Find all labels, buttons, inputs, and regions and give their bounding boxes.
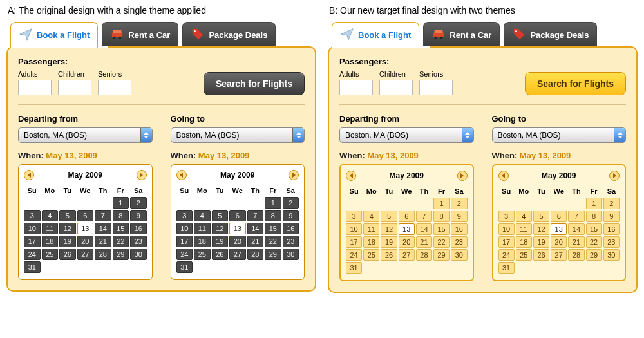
calendar-day[interactable]: 25 xyxy=(363,249,379,261)
calendar-day[interactable]: 6 xyxy=(77,210,94,221)
calendar-day[interactable]: 29 xyxy=(265,249,281,260)
calendar-day[interactable]: 9 xyxy=(130,210,147,221)
calendar-day[interactable]: 4 xyxy=(42,210,59,221)
calendar-day[interactable]: 21 xyxy=(416,236,432,248)
calendar-day[interactable]: 28 xyxy=(568,249,584,261)
passenger-seniors-input[interactable] xyxy=(98,80,131,95)
calendar-day[interactable]: 24 xyxy=(24,249,41,260)
calendar-day[interactable]: 27 xyxy=(399,249,415,261)
calendar-day[interactable]: 1 xyxy=(433,198,450,209)
calendar-day[interactable]: 14 xyxy=(95,223,111,234)
calendar-day[interactable]: 14 xyxy=(568,223,584,235)
calendar-prev-button[interactable] xyxy=(498,171,509,181)
calendar-day[interactable]: 3 xyxy=(498,211,515,222)
passenger-adults-input[interactable] xyxy=(339,80,373,95)
calendar-day[interactable]: 21 xyxy=(247,236,264,247)
calendar-prev-button[interactable] xyxy=(24,170,34,180)
calendar-day[interactable]: 22 xyxy=(265,236,281,247)
calendar-day[interactable]: 29 xyxy=(586,249,602,261)
calendar-day[interactable]: 18 xyxy=(194,236,211,247)
calendar-day[interactable]: 9 xyxy=(603,211,620,222)
calendar-day[interactable]: 11 xyxy=(194,223,211,234)
calendar-day[interactable]: 25 xyxy=(194,249,211,260)
calendar-day[interactable]: 17 xyxy=(176,236,193,247)
calendar-next-button[interactable] xyxy=(289,170,299,180)
calendar-day[interactable]: 28 xyxy=(95,249,111,260)
going-select[interactable]: Boston, MA (BOS) xyxy=(171,127,305,143)
tab-package-deals[interactable]: Package Deals xyxy=(504,22,597,48)
calendar-day[interactable]: 26 xyxy=(212,249,229,260)
calendar-day[interactable]: 16 xyxy=(283,223,299,234)
tab-rent-a-car[interactable]: Rent a Car xyxy=(102,22,178,48)
calendar-day[interactable]: 18 xyxy=(516,236,532,248)
calendar-day[interactable]: 23 xyxy=(283,236,299,247)
calendar-day[interactable]: 30 xyxy=(451,249,467,261)
calendar-day[interactable]: 2 xyxy=(603,198,620,209)
calendar-day[interactable]: 3 xyxy=(346,211,362,222)
passenger-children-input[interactable] xyxy=(379,80,413,95)
search-flights-button[interactable]: Search for Flights xyxy=(204,72,305,95)
calendar-day[interactable]: 29 xyxy=(433,249,450,261)
calendar-day[interactable]: 15 xyxy=(113,223,129,234)
calendar-day[interactable]: 6 xyxy=(399,211,415,222)
calendar-day[interactable]: 11 xyxy=(42,223,59,234)
calendar-day[interactable]: 25 xyxy=(516,249,532,261)
calendar-day[interactable]: 31 xyxy=(176,261,193,273)
calendar-day[interactable]: 25 xyxy=(42,249,59,260)
calendar-day[interactable]: 22 xyxy=(113,236,129,247)
going-select[interactable]: Boston, MA (BOS) xyxy=(492,127,627,143)
calendar-day[interactable]: 8 xyxy=(265,210,281,221)
calendar-day[interactable]: 6 xyxy=(229,210,246,221)
calendar-day[interactable]: 27 xyxy=(551,249,567,261)
calendar-day[interactable]: 26 xyxy=(381,249,397,261)
calendar-day[interactable]: 1 xyxy=(265,197,281,209)
calendar-day[interactable]: 31 xyxy=(24,261,41,273)
tab-rent-a-car[interactable]: Rent a Car xyxy=(423,22,500,48)
calendar-next-button[interactable] xyxy=(457,171,468,181)
calendar-day[interactable]: 31 xyxy=(498,262,515,274)
passenger-children-input[interactable] xyxy=(58,80,91,95)
calendar-day[interactable]: 13 xyxy=(77,223,94,234)
calendar-day[interactable]: 20 xyxy=(229,236,246,247)
calendar-day[interactable]: 29 xyxy=(113,249,129,260)
calendar-day[interactable]: 15 xyxy=(265,223,281,234)
calendar-day[interactable]: 24 xyxy=(498,249,515,261)
depart-select[interactable]: Boston, MA (BOS) xyxy=(339,127,474,143)
calendar-day[interactable]: 7 xyxy=(95,210,111,221)
calendar-day[interactable]: 4 xyxy=(516,211,532,222)
calendar-day[interactable]: 10 xyxy=(498,223,515,235)
calendar-day[interactable]: 18 xyxy=(363,236,379,248)
calendar-day[interactable]: 2 xyxy=(451,198,467,209)
passenger-seniors-input[interactable] xyxy=(419,80,453,95)
calendar-day[interactable]: 27 xyxy=(77,249,94,260)
calendar-day[interactable]: 11 xyxy=(363,223,379,235)
calendar-day[interactable]: 12 xyxy=(212,223,229,234)
calendar-day[interactable]: 7 xyxy=(568,211,584,222)
calendar-day[interactable]: 7 xyxy=(247,210,264,221)
calendar-prev-button[interactable] xyxy=(176,170,187,180)
calendar-day[interactable]: 26 xyxy=(59,249,76,260)
tab-book-a-flight[interactable]: Book a Flight xyxy=(332,22,419,48)
calendar-day[interactable]: 16 xyxy=(451,223,467,235)
calendar-day[interactable]: 30 xyxy=(603,249,620,261)
calendar-day[interactable]: 3 xyxy=(24,210,41,221)
calendar-day[interactable]: 31 xyxy=(346,262,362,274)
calendar-day[interactable]: 2 xyxy=(283,197,299,209)
calendar-day[interactable]: 20 xyxy=(77,236,94,247)
calendar-day[interactable]: 3 xyxy=(176,210,193,221)
search-flights-button[interactable]: Search for Flights xyxy=(525,72,626,95)
calendar-day[interactable]: 13 xyxy=(551,223,567,235)
calendar-day[interactable]: 30 xyxy=(283,249,299,260)
calendar-day[interactable]: 5 xyxy=(212,210,229,221)
calendar-day[interactable]: 4 xyxy=(363,211,379,222)
calendar-day[interactable]: 13 xyxy=(229,223,246,234)
calendar-day[interactable]: 23 xyxy=(451,236,467,248)
calendar-day[interactable]: 10 xyxy=(176,223,193,234)
calendar-day[interactable]: 13 xyxy=(399,223,415,235)
calendar-day[interactable]: 17 xyxy=(498,236,515,248)
calendar-day[interactable]: 30 xyxy=(130,249,147,260)
calendar-day[interactable]: 6 xyxy=(551,211,567,222)
calendar-day[interactable]: 12 xyxy=(381,223,397,235)
calendar-day[interactable]: 20 xyxy=(399,236,415,248)
calendar-day[interactable]: 10 xyxy=(24,223,41,234)
